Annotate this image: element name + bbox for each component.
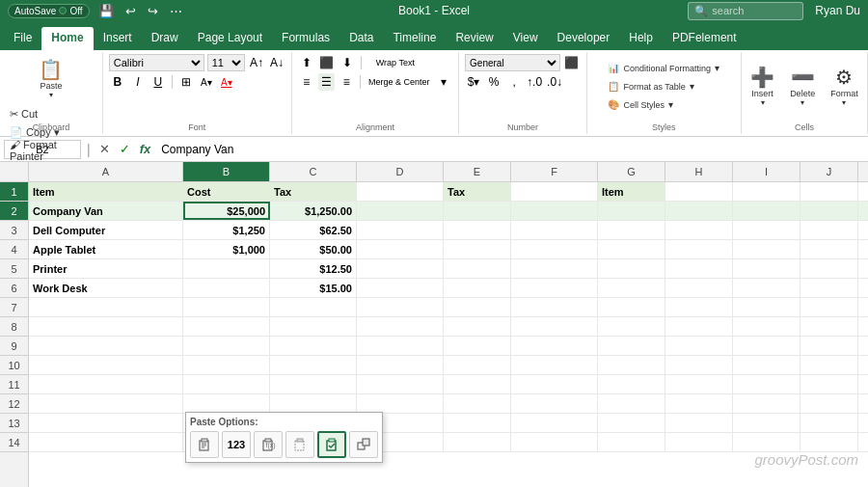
wrap-text-btn[interactable]: Wrap Text [366,54,424,71]
search-input[interactable] [712,5,799,16]
more-commands-icon[interactable]: ⋯ [167,3,185,19]
decrease-decimal-btn[interactable]: .0↓ [546,73,563,91]
italic-button[interactable]: I [129,73,147,91]
confirm-icon[interactable]: ✓ [117,141,133,157]
cell-f14[interactable] [511,433,598,451]
cell-i9[interactable] [733,337,800,355]
row-header-11[interactable]: 11 [0,375,28,394]
cell-d4[interactable] [357,240,444,258]
cell-e5[interactable] [444,259,511,278]
col-header-d[interactable]: D [357,162,444,181]
cell-h11[interactable] [665,375,733,393]
cell-h12[interactable] [665,394,733,413]
decrease-font-btn[interactable]: A↓ [268,54,285,71]
fill-color-button[interactable]: A▾ [198,73,215,91]
autosave-toggle[interactable]: AutoSave Off [8,4,90,18]
align-center-btn[interactable]: ☰ [318,73,336,91]
cell-f7[interactable] [511,298,598,316]
cell-f4[interactable] [511,240,598,258]
cell-j5[interactable] [800,259,858,278]
cell-d7[interactable] [357,298,444,316]
cell-styles-dropdown[interactable]: ▾ [668,99,673,110]
cell-e6[interactable] [444,279,511,297]
cell-j4[interactable] [800,240,858,258]
cell-b6[interactable] [183,279,270,297]
tab-view[interactable]: View [503,27,548,50]
cell-a5[interactable]: Printer [29,259,183,278]
row-header-2[interactable]: 2 [0,202,28,221]
conditional-formatting-btn[interactable]: 📊 Conditional Formatting ▾ [604,61,723,75]
cell-g14[interactable] [598,433,665,451]
cell-b3[interactable]: $1,250 [183,221,270,239]
cell-i6[interactable] [733,279,800,297]
cell-b4[interactable]: $1,000 [183,240,270,258]
cell-g6[interactable] [598,279,665,297]
tab-file[interactable]: File [4,27,41,50]
cell-e11[interactable] [444,375,511,393]
cell-j3[interactable] [800,221,858,239]
cell-i13[interactable] [733,414,800,432]
cell-b1[interactable]: Cost [183,182,270,201]
cell-j14[interactable] [800,433,858,451]
cancel-icon[interactable]: ✕ [96,141,113,157]
format-dropdown[interactable]: ▾ [842,98,846,107]
paste-button[interactable]: 📋 Paste ▾ [35,54,67,102]
align-bottom-btn[interactable]: ⬇ [339,54,356,71]
underline-button[interactable]: U [149,73,167,91]
format-table-dropdown[interactable]: ▾ [690,81,694,92]
cell-j9[interactable] [800,337,858,355]
cell-a13[interactable] [29,414,183,432]
row-header-3[interactable]: 3 [0,221,28,240]
cell-j1[interactable] [800,182,858,201]
cell-i4[interactable] [733,240,800,258]
cell-j8[interactable] [800,317,858,336]
cell-c7[interactable] [270,298,357,316]
col-header-b[interactable]: B [183,162,270,181]
paste-opt-4[interactable] [285,431,314,458]
cell-d3[interactable] [357,221,444,239]
cell-g1[interactable]: Item [598,182,665,201]
cell-j2[interactable] [800,202,858,220]
cell-d6[interactable] [357,279,444,297]
cell-e3[interactable] [444,221,511,239]
tab-page-layout[interactable]: Page Layout [188,27,272,50]
cell-e4[interactable] [444,240,511,258]
cell-f12[interactable] [511,394,598,413]
cell-i3[interactable] [733,221,800,239]
font-color-button[interactable]: A▾ [218,73,235,91]
cell-f3[interactable] [511,221,598,239]
row-header-5[interactable]: 5 [0,259,28,279]
cell-i8[interactable] [733,317,800,336]
cell-h2[interactable] [665,202,733,220]
cell-d5[interactable] [357,259,444,278]
cell-e2[interactable] [444,202,511,220]
cell-g12[interactable] [598,394,665,413]
cut-button[interactable]: ✂ Cut [6,105,96,122]
cell-d2[interactable] [357,202,444,220]
cell-h3[interactable] [665,221,733,239]
cell-h10[interactable] [665,356,733,374]
cell-b2[interactable]: $25,000 [183,202,270,220]
cell-e1[interactable]: Tax [444,182,511,201]
format-table-btn[interactable]: 📋 Format as Table ▾ [604,79,697,94]
cell-b7[interactable] [183,298,270,316]
cell-i7[interactable] [733,298,800,316]
paste-opt-3[interactable]: f(x) [254,431,283,458]
increase-decimal-btn[interactable]: ↑.0 [526,73,543,91]
cell-d10[interactable] [357,356,444,374]
cell-b11[interactable] [183,375,270,393]
cell-a6[interactable]: Work Desk [29,279,183,297]
font-family-select[interactable]: Calibri [109,54,204,71]
cell-c5[interactable]: $12.50 [270,259,357,278]
cell-f8[interactable] [511,317,598,336]
cell-i14[interactable] [733,433,800,451]
cell-styles-btn[interactable]: 🎨 Cell Styles ▾ [604,97,677,112]
merge-dropdown-btn[interactable]: ▾ [435,73,452,91]
cell-a7[interactable] [29,298,183,316]
cell-a10[interactable] [29,356,183,374]
fx-label[interactable]: fx [137,141,154,157]
tab-home[interactable]: Home [41,27,93,50]
col-header-j[interactable]: J [800,162,858,181]
bold-button[interactable]: B [109,73,126,91]
align-middle-btn[interactable]: ⬛ [318,54,336,71]
